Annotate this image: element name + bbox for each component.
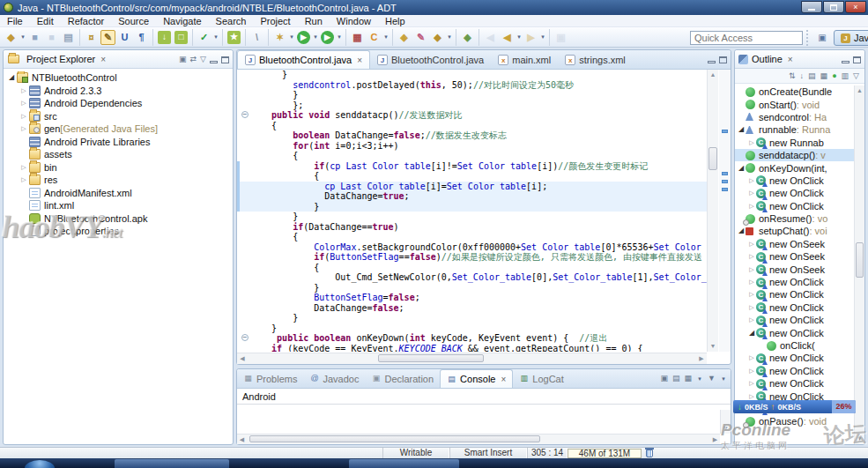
- explorer-item-assets[interactable]: assets: [4, 148, 233, 161]
- menu-search[interactable]: Search: [209, 15, 254, 27]
- outline-scroll-thumb[interactable]: [856, 242, 864, 278]
- save-icon[interactable]: ■: [27, 30, 42, 45]
- explorer-item-ntbluetoothcontrol[interactable]: ◢NTBluetoothControl: [4, 71, 233, 85]
- editor-horizontal-scrollbar[interactable]: ◀ ▶: [237, 353, 707, 364]
- outline-item-new-onclick[interactable]: ◢Cnew OnClick: [735, 326, 854, 338]
- format-brush-icon[interactable]: ✎: [413, 30, 428, 45]
- outline-item-new-onseek[interactable]: ▷Cnew OnSeek: [735, 250, 854, 263]
- menu-navigate[interactable]: Navigate: [156, 15, 208, 27]
- tree-expanded-arrow[interactable]: ◢: [7, 73, 16, 82]
- outline-item-new-runnab[interactable]: ▷Cnew Runnab: [735, 137, 854, 149]
- outline-item-new-onclick[interactable]: ▷Cnew OnClick: [735, 175, 854, 187]
- show-public-icon[interactable]: ●: [832, 72, 836, 80]
- console-output[interactable]: [237, 410, 720, 434]
- display-selected-console-icon[interactable]: ▼: [708, 375, 716, 383]
- new-wizard-icon[interactable]: ◆: [4, 30, 19, 45]
- tree-collapsed-arrow[interactable]: ▷: [747, 316, 756, 324]
- outline-item-new-onclick[interactable]: ▷Cnew OnClick: [735, 288, 854, 301]
- tree-collapsed-arrow[interactable]: ▷: [19, 163, 28, 172]
- console-tab-declaration[interactable]: ▣Declaration: [365, 369, 440, 388]
- open-perspective-icon[interactable]: ▣: [814, 31, 830, 46]
- outline-item-new-onseek[interactable]: ▷Cnew OnSeek: [735, 263, 854, 275]
- editor-tab-strings-xml[interactable]: xstrings.xml: [558, 50, 633, 69]
- menu-project[interactable]: Project: [253, 15, 297, 27]
- tree-collapsed-arrow[interactable]: ▷: [747, 265, 756, 274]
- tree-collapsed-arrow[interactable]: ▷: [19, 99, 28, 108]
- mark-occurrences-icon[interactable]: ✎: [100, 30, 115, 45]
- hide-static-icon[interactable]: ▦: [820, 72, 828, 80]
- outline-item-sendcontrol[interactable]: sendcontrol : Ha: [735, 111, 854, 123]
- run-dropdown-icon[interactable]: ▾: [312, 33, 319, 41]
- windows-taskbar[interactable]: [0, 458, 868, 468]
- scroll-down-arrow[interactable]: ▼: [708, 341, 718, 352]
- outline-item-onresume[interactable]: onResume() : vo: [735, 212, 854, 225]
- console-horizontal-scrollbar[interactable]: ◀ ▶: [237, 434, 720, 444]
- explorer-item-android-private-libraries[interactable]: Android Private Libraries: [4, 136, 233, 149]
- back-dropdown-icon[interactable]: ▾: [516, 33, 523, 41]
- tree-collapsed-arrow[interactable]: ▷: [747, 379, 756, 388]
- menu-window[interactable]: Window: [330, 15, 378, 27]
- tree-collapsed-arrow[interactable]: ▷: [747, 290, 756, 299]
- expand-collapse-icon[interactable]: ⇅: [789, 72, 796, 80]
- maximize-button[interactable]: [823, 1, 844, 13]
- net-speed-widget[interactable]: ↓ 0KB/S ↑ 0KB/S 26%: [733, 400, 856, 413]
- console-tab-problems[interactable]: ▦Problems: [237, 369, 303, 388]
- tree-collapsed-arrow[interactable]: ▷: [747, 367, 756, 375]
- editor-tab-bluetoothcontrol-java[interactable]: JBluetoothControl.java: [370, 50, 491, 69]
- externalize-strings-icon[interactable]: ¤: [84, 30, 99, 45]
- tree-collapsed-arrow[interactable]: ▷: [747, 176, 756, 185]
- console-tab-logcat[interactable]: ▥LogCat: [513, 369, 569, 388]
- view-menu-icon[interactable]: ▽: [200, 56, 206, 63]
- tree-collapsed-arrow[interactable]: ▷: [19, 175, 28, 184]
- outline-item-setupchat[interactable]: ◢setupChat() : voi: [735, 225, 854, 237]
- explorer-item-androidmanifest-xml[interactable]: AndroidManifest.xml: [4, 187, 233, 200]
- hide-fields-icon[interactable]: ▤: [808, 72, 816, 80]
- pin-console-icon[interactable]: ▤: [672, 375, 680, 383]
- tree-collapsed-arrow[interactable]: ▷: [747, 278, 756, 286]
- tree-collapsed-arrow[interactable]: ▷: [19, 86, 28, 95]
- explorer-item-src[interactable]: ▷src: [4, 110, 233, 123]
- run-verify-dropdown-icon[interactable]: ▾: [212, 33, 219, 41]
- open-element-icon[interactable]: ◈: [397, 30, 412, 45]
- forward-dropdown-icon[interactable]: ▾: [539, 33, 546, 41]
- run-icon[interactable]: ▶: [297, 31, 310, 44]
- outline-item-new-onclick[interactable]: ▷Cnew OnClick: [735, 200, 854, 212]
- close-button[interactable]: ×: [845, 1, 866, 13]
- outline-item-onclick[interactable]: onClick(: [735, 339, 854, 352]
- console-tab-javadoc[interactable]: @Javadoc: [303, 369, 365, 388]
- toggle-disabled-icon[interactable]: \: [249, 30, 264, 45]
- outline-item-senddatacp[interactable]: senddatacp() : v: [735, 149, 854, 161]
- garbage-collect-button[interactable]: [646, 449, 653, 457]
- outline-item-onkeydown-int[interactable]: ◢onKeyDown(int,: [735, 161, 854, 174]
- ruler-mark[interactable]: [722, 180, 728, 183]
- run-external-dropdown-icon[interactable]: ▾: [336, 33, 343, 41]
- refresh-dropdown-icon[interactable]: ▾: [382, 33, 389, 41]
- tree-collapsed-arrow[interactable]: ▷: [19, 112, 28, 121]
- underline-icon[interactable]: U: [117, 30, 132, 45]
- tree-expanded-arrow[interactable]: ◢: [737, 125, 746, 134]
- tree-collapsed-arrow[interactable]: ▷: [747, 202, 756, 211]
- coverage-icon[interactable]: ▦: [350, 30, 365, 45]
- collapse-all-icon[interactable]: ▣: [179, 56, 187, 63]
- outline-vertical-scrollbar[interactable]: ▲ ▼: [854, 85, 864, 444]
- android-sdk-manager-icon[interactable]: ↓: [158, 31, 171, 44]
- back-disabled-icon[interactable]: ◀: [483, 30, 498, 45]
- start-orb[interactable]: [25, 460, 55, 468]
- console-scroll-right-arrow[interactable]: ▶: [710, 435, 720, 445]
- link-with-editor-icon[interactable]: ⇄: [190, 56, 197, 63]
- sort-icon[interactable]: ↓: [800, 72, 805, 80]
- outline-item-onstart[interactable]: onStart() : void: [735, 98, 854, 110]
- name-console-icon[interactable]: ▣: [661, 375, 669, 383]
- java-perspective-button[interactable]: J Java: [834, 30, 868, 46]
- outline-item-new-onclick[interactable]: ▷Cnew OnClick: [735, 352, 854, 364]
- debug-icon[interactable]: ✶: [272, 30, 287, 45]
- outline-item-runnable[interactable]: ◢runnable : Runna: [735, 123, 854, 136]
- menu-refactor[interactable]: Refactor: [61, 15, 112, 27]
- editor-tab-main-xml[interactable]: xmain.xml: [491, 50, 558, 69]
- tab-close-icon[interactable]: ×: [357, 56, 362, 65]
- tab-close-icon[interactable]: ×: [501, 375, 506, 384]
- fold-collapse-icon[interactable]: −: [241, 334, 249, 341]
- tree-collapsed-arrow[interactable]: ▷: [747, 189, 756, 197]
- back-icon[interactable]: ◀: [500, 30, 515, 45]
- tree-expanded-arrow[interactable]: ◢: [737, 227, 746, 235]
